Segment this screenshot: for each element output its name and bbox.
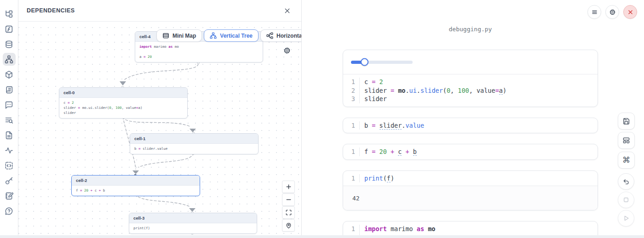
code-text: f = 20 + c + b [360,147,417,156]
dependencies-panel: DEPENDENCIES [18,0,302,238]
activity-sidebar [0,0,18,238]
line-number: 1 [343,78,360,86]
code-line: 1f = 20 + c + b [343,147,598,156]
sidebar-item-help[interactable] [3,204,16,217]
sidebar-item-tracing[interactable] [3,144,16,157]
stop-icon [622,196,630,204]
code-editor[interactable]: 1b = slider.value [343,118,598,133]
graph-node-cell-2[interactable]: cell-2f = 20 + c + b [71,175,200,196]
graph-node-cell-1[interactable]: cell-1b = slider.value [130,133,259,154]
slider-thumb[interactable] [361,58,368,66]
sidebar-item-file-explorer[interactable] [3,7,16,20]
sidebar-item-chat[interactable] [3,98,16,111]
code-line: 3slider [343,95,598,103]
window-controls [587,5,637,19]
database-icon [5,40,13,49]
graph-node-code: import marimo as mo a = 20 [135,42,263,62]
rows-icon [162,32,169,39]
save-icon [622,117,630,125]
notebook-cell[interactable]: 1b = slider.value [343,118,598,134]
code-editor[interactable]: 1f = 20 + c + b [343,144,598,159]
notebook-cell[interactable]: 1c = 22slider = mo.ui.slider(0, 100, val… [343,50,598,107]
code-text: print(f) [360,174,394,183]
scroll-icon [5,85,13,94]
layout-button[interactable] [618,132,635,149]
code-editor[interactable]: 1c = 22slider = mo.ui.slider(0, 100, val… [343,74,598,107]
undo-button[interactable] [618,173,634,190]
network-icon [5,55,13,64]
code-editor[interactable]: 1print(f) [343,171,598,186]
slider[interactable] [351,61,413,64]
graph-node-cell-3[interactable]: cell-3print(f) [129,213,257,234]
notebook-area: debugging.py 1c = 22slider = mo.ui.slide… [302,0,644,238]
notebook-cell[interactable]: 1f = 20 + c + b [343,144,598,160]
horizontal-tree-label: Horizontal Tree [276,33,301,39]
menu-icon [591,9,598,16]
keyboard-shortcuts-button[interactable]: ⌘ [618,152,635,169]
shutdown-x-icon [627,9,634,16]
code-text: import marimo as mo [360,225,435,233]
sidebar-item-documentation[interactable] [3,83,16,96]
line-number: 1 [343,121,360,130]
notebook-filename[interactable]: debugging.py [343,26,598,33]
settings-button[interactable] [605,5,619,19]
graph-node-title: cell-1 [130,134,258,144]
file-text-icon [5,131,13,140]
close-icon[interactable] [282,6,292,16]
horizontal-scrollbar[interactable] [0,235,644,238]
mini-map-button[interactable]: Mini Map [156,29,202,42]
graph-settings-gear-icon[interactable] [283,47,291,54]
graph-node-cell-0[interactable]: cell-0c = 2slider = mo.ui.slider(0, 100,… [59,87,188,119]
menu-button[interactable] [587,5,601,19]
code-text: slider = mo.ui.slider(0, 100, value=a) [360,86,506,95]
dependencies-panel-header: DEPENDENCIES [18,0,301,22]
sidebar-item-logs[interactable] [3,113,16,126]
sidebar-item-variables[interactable] [3,23,16,35]
graph-node-code: f = 20 + c + b [72,186,200,196]
vertical-tree-label: Vertical Tree [220,33,253,39]
graph-node-code: print(f) [129,223,257,233]
code-text: slider [360,95,387,103]
dependency-graph-canvas[interactable]: cell-4import marimo as mo a = 20cell-0c … [18,22,301,238]
list-search-icon [5,116,13,125]
sidebar-item-outline[interactable] [3,159,16,172]
vertical-tree-button[interactable]: Vertical Tree [204,29,259,42]
code-text: b = slider.value [360,121,424,130]
layout-icon [622,136,630,144]
play-icon [622,215,630,222]
marimo-app: DEPENDENCIES [0,0,644,238]
vertical-tree-icon [210,32,217,39]
run-button[interactable] [618,210,634,227]
sidebar-item-secrets[interactable] [3,174,16,187]
code-line: 1c = 2 [343,78,598,86]
stop-button[interactable] [618,192,634,208]
code-line: 2slider = mo.ui.slider(0, 100, value=a) [343,86,598,95]
file-tree-icon [5,10,13,18]
code-line: 1print(f) [343,174,598,183]
sidebar-item-snippets[interactable] [3,129,16,142]
graph-node-title: cell-3 [129,213,257,223]
horizontal-tree-button[interactable]: Horizontal Tree [260,29,301,42]
sidebar-item-dependencies[interactable] [3,53,16,66]
notebook-pen-icon [5,192,13,200]
sidebar-item-packages[interactable] [3,68,16,81]
shutdown-button[interactable] [623,5,637,19]
gear-icon [609,9,616,16]
command-icon: ⌘ [622,156,630,164]
horizontal-tree-icon [266,32,273,39]
line-number: 1 [343,225,360,233]
sidebar-item-scratchpad[interactable] [3,189,16,202]
fit-view-button[interactable] [282,206,295,219]
package-icon [5,70,13,79]
save-button[interactable] [618,113,635,130]
notebook-cells: 1c = 22slider = mo.ui.slider(0, 100, val… [343,50,598,238]
center-location-button[interactable] [282,219,295,232]
notebook-cell[interactable]: 1print(f)42 [343,170,598,211]
chat-icon [5,101,13,109]
line-number: 3 [343,95,360,103]
zoom-in-button[interactable] [282,181,295,193]
cell-output: 42 [343,186,598,210]
graph-node-code: b = slider.value [130,144,258,154]
sidebar-item-datasources[interactable] [3,38,16,51]
zoom-out-button[interactable] [282,193,295,206]
